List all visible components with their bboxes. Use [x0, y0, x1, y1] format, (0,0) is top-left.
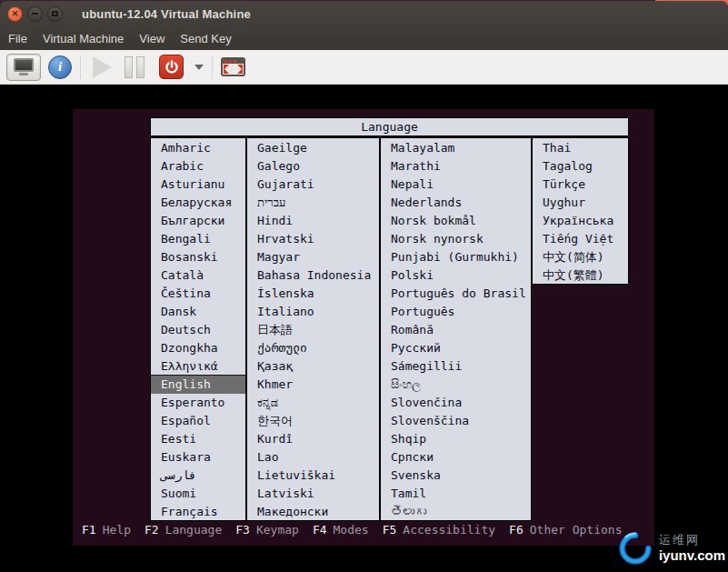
pause-button[interactable] [125, 56, 145, 78]
menu-item[interactable]: Send Key [180, 32, 231, 45]
function-key-bar: F1HelpF2LanguageF3KeymapF4ModesF5Accessi… [82, 523, 622, 537]
power-off-button[interactable] [159, 55, 184, 79]
language-option[interactable]: 日本語 [247, 321, 379, 339]
language-option[interactable]: Tagalog [533, 157, 628, 176]
language-option[interactable]: English [151, 376, 245, 394]
run-button[interactable] [93, 56, 112, 78]
language-option[interactable]: Kurdî [247, 430, 379, 448]
language-option[interactable]: Galego [247, 157, 379, 176]
screenshot-root: ✕ ubuntu-12.04 Virtual Machine FileVirtu… [0, 0, 728, 572]
language-option[interactable]: Íslenska [247, 285, 379, 303]
language-option[interactable]: Беларуская [151, 194, 245, 212]
window-header: ✕ ubuntu-12.04 Virtual Machine FileVirtu… [0, 1, 728, 50]
language-option[interactable]: Українська [533, 212, 628, 230]
language-option[interactable]: Gaeilge [247, 139, 379, 157]
menu-item[interactable]: View [139, 32, 165, 45]
language-option[interactable]: Norsk bokmål [381, 212, 531, 230]
language-option[interactable]: Bengali [151, 230, 245, 248]
language-option[interactable]: Uyghur [533, 194, 628, 212]
language-option[interactable]: Asturianu [151, 176, 245, 194]
language-option[interactable]: Bahasa Indonesia [247, 266, 379, 285]
language-option[interactable]: Suomi [151, 485, 245, 503]
close-button[interactable]: ✕ [7, 6, 23, 22]
window-title: ubuntu-12.04 Virtual Machine [82, 7, 251, 21]
language-option[interactable]: Dzongkha [151, 339, 245, 357]
language-option[interactable]: Eesti [151, 430, 245, 448]
language-option[interactable]: Ελληνικά [151, 357, 245, 376]
function-key-item[interactable]: F2Language [145, 523, 222, 537]
language-option[interactable]: Marathi [381, 157, 531, 176]
fullscreen-button[interactable] [221, 57, 245, 76]
language-option[interactable]: Tiếng Việt [533, 230, 628, 248]
machine-info-button[interactable]: i [48, 55, 72, 79]
language-option[interactable]: Македонски [247, 503, 379, 521]
language-option[interactable]: Amharic [151, 139, 245, 157]
language-option[interactable]: Български [151, 212, 245, 230]
language-option[interactable]: Français [151, 503, 245, 521]
language-option[interactable]: Gujarati [247, 176, 379, 194]
language-option[interactable]: Hrvatski [247, 230, 379, 248]
maximize-button[interactable] [47, 6, 63, 22]
language-option[interactable]: Shqip [381, 430, 531, 448]
language-option[interactable]: Русский [381, 339, 531, 357]
toolbar-separator [80, 55, 81, 79]
language-option[interactable]: Slovenščina [381, 412, 531, 430]
language-option[interactable]: Türkçe [533, 176, 628, 194]
language-option[interactable]: Italiano [247, 303, 379, 321]
language-option[interactable]: Malayalam [381, 139, 531, 157]
function-key-item[interactable]: F5Accessibility [383, 523, 495, 537]
language-option[interactable]: Bosanski [151, 248, 245, 266]
menu-item[interactable]: Virtual Machine [43, 32, 124, 45]
titlebar: ✕ ubuntu-12.04 Virtual Machine [0, 1, 728, 26]
language-option[interactable]: Khmer [247, 376, 379, 394]
function-key-item[interactable]: F3Keymap [235, 523, 299, 537]
language-option[interactable]: فارسى [151, 467, 245, 485]
language-option[interactable]: 한국어 [247, 412, 379, 430]
pause-icon [125, 56, 133, 78]
power-options-dropdown[interactable] [194, 65, 204, 70]
language-option[interactable]: Polski [381, 266, 531, 285]
language-option[interactable]: Lao [247, 448, 379, 467]
menu-item[interactable]: File [8, 32, 27, 45]
language-option[interactable]: Lietuviškai [247, 467, 379, 485]
language-option[interactable]: සිංහල [381, 376, 531, 394]
language-option[interactable]: Nepali [381, 176, 531, 194]
menubar: FileVirtual MachineViewSend Key [0, 26, 728, 50]
power-icon [165, 60, 179, 75]
function-key-item[interactable]: F4Modes [313, 523, 369, 537]
language-option[interactable]: עברית [247, 194, 379, 212]
language-option[interactable]: Қазақ [247, 357, 379, 376]
console-view-button[interactable] [6, 54, 41, 81]
language-option[interactable]: Español [151, 412, 245, 430]
language-option[interactable]: Slovenčina [381, 394, 531, 412]
language-option[interactable]: Tamil [381, 485, 531, 503]
language-option[interactable]: Dansk [151, 303, 245, 321]
language-option[interactable]: Nederlands [381, 194, 531, 212]
language-option[interactable]: ಕನ್ನಡ [247, 394, 379, 412]
language-option[interactable]: Thai [533, 139, 628, 157]
language-option[interactable]: Sámegillii [381, 357, 531, 376]
language-option[interactable]: Latviski [247, 485, 379, 503]
language-option[interactable]: Hindi [247, 212, 379, 230]
function-key-item[interactable]: F1Help [82, 523, 131, 537]
language-option[interactable]: Punjabi (Gurmukhi) [381, 248, 531, 266]
language-option[interactable]: Magyar [247, 248, 379, 266]
minimize-button[interactable] [27, 6, 43, 22]
language-option[interactable]: ქართული [247, 339, 379, 357]
language-option[interactable]: Norsk nynorsk [381, 230, 531, 248]
language-option[interactable]: Arabic [151, 157, 245, 176]
language-option[interactable]: Српски [381, 448, 531, 467]
language-option[interactable]: Português do Brasil [381, 285, 531, 303]
language-option[interactable]: 中文(简体) [533, 248, 628, 266]
language-option[interactable]: Português [381, 303, 531, 321]
language-option[interactable]: Čeština [151, 285, 245, 303]
language-option[interactable]: తెలుగు [381, 503, 531, 521]
language-option[interactable]: Català [151, 266, 245, 285]
function-key-item[interactable]: F6Other Options [509, 523, 622, 537]
language-option[interactable]: 中文(繁體) [533, 266, 628, 285]
language-option[interactable]: Svenska [381, 467, 531, 485]
language-option[interactable]: Deutsch [151, 321, 245, 339]
language-option[interactable]: Euskara [151, 448, 245, 467]
language-option[interactable]: Esperanto [151, 394, 245, 412]
language-option[interactable]: Română [381, 321, 531, 339]
